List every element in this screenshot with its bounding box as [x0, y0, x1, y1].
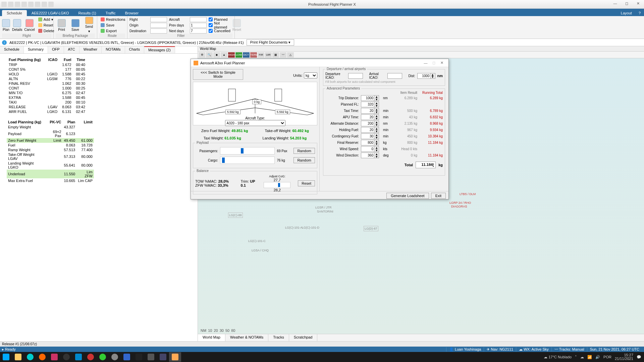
- dialog-close[interactable]: ✕: [438, 61, 446, 65]
- tray-notifications-icon[interactable]: 💬: [637, 355, 641, 359]
- generate-loadsheet-button[interactable]: Generate Loadsheet: [386, 193, 429, 199]
- map-tool[interactable]: ▦: [272, 52, 279, 58]
- filter-reset-button[interactable]: Reset: [232, 17, 241, 34]
- map-tool[interactable]: UIR: [265, 52, 272, 58]
- taskbar-app[interactable]: [133, 352, 145, 362]
- qat-btn[interactable]: [48, 2, 54, 7]
- tab-schedule[interactable]: Schedule: [2, 10, 27, 16]
- add-button[interactable]: Add ▾: [37, 17, 56, 22]
- passengers-slider[interactable]: [220, 147, 275, 155]
- exit-button[interactable]: Exit: [431, 193, 446, 199]
- map-tool[interactable]: △: [287, 52, 294, 58]
- filter-origin-input[interactable]: [150, 23, 167, 28]
- print-docs-button[interactable]: Print Flight Documents ▾: [247, 39, 294, 46]
- taskbar-mail[interactable]: [72, 352, 85, 362]
- taskbar-edge[interactable]: [24, 352, 36, 362]
- map-tool[interactable]: ⚙: [199, 52, 205, 58]
- map-tool[interactable]: 🔍: [206, 52, 213, 58]
- cargo-slider[interactable]: [220, 157, 275, 164]
- map-tool[interactable]: DCT: [243, 52, 250, 58]
- tab-results[interactable]: Results (1): [74, 10, 101, 16]
- subtab-charts[interactable]: Charts: [125, 46, 144, 53]
- cog-slider[interactable]: [264, 182, 290, 188]
- taskbar-app[interactable]: [85, 352, 97, 362]
- map-tool[interactable]: FIR: [258, 52, 264, 58]
- taskbar-app[interactable]: [121, 352, 133, 362]
- qat-btn[interactable]: [21, 2, 27, 7]
- map-tool[interactable]: ▲: [221, 52, 227, 58]
- tray-wifi-icon[interactable]: 📶: [587, 355, 592, 359]
- arr-icao-input[interactable]: [387, 73, 402, 79]
- subtab-messages[interactable]: Messages (2): [144, 46, 175, 53]
- subtab-weather[interactable]: Weather: [79, 46, 102, 53]
- qat-btn[interactable]: [15, 2, 20, 7]
- close-button[interactable]: ✕: [633, 1, 643, 7]
- tab-browser[interactable]: Browser: [120, 10, 143, 16]
- qat-btn[interactable]: [8, 2, 13, 7]
- tab-traffic[interactable]: Traffic: [101, 10, 120, 16]
- map-tool[interactable]: TERM: [250, 52, 257, 58]
- map-tool[interactable]: LOW: [235, 52, 242, 58]
- maptab-wx[interactable]: Weather & NOTAMs: [225, 334, 268, 341]
- aircraft-type-select[interactable]: A320 - 180 pax: [225, 120, 285, 126]
- minimize-button[interactable]: —: [610, 1, 620, 7]
- taskbar-calendar[interactable]: [48, 352, 60, 362]
- map-tool[interactable]: 〰: [280, 52, 286, 58]
- taskbar-app[interactable]: [145, 352, 157, 362]
- tray-up-icon[interactable]: ˄: [575, 355, 577, 359]
- filter-dest-input[interactable]: [150, 28, 167, 34]
- pax-random-button[interactable]: Random: [293, 148, 315, 154]
- units-select[interactable]: kg: [304, 72, 317, 78]
- map-tool[interactable]: HIGH: [228, 52, 235, 58]
- dep-icao-input[interactable]: [348, 73, 363, 79]
- taskbar-firefox[interactable]: [36, 352, 48, 362]
- taskbar-app[interactable]: [157, 352, 169, 362]
- maptab-worldmap[interactable]: World Map: [198, 334, 225, 341]
- subtab-schedule[interactable]: Schedule: [0, 46, 24, 53]
- subtab-ofp[interactable]: OFP: [48, 46, 64, 53]
- filter-planned-check[interactable]: [209, 17, 213, 21]
- subtab-atc[interactable]: ATC: [64, 46, 79, 53]
- filter-prevdays-input[interactable]: [190, 23, 207, 28]
- layout-menu[interactable]: Layout: [618, 10, 635, 16]
- tab-flight[interactable]: AEE2222 LGAV-LGKO: [27, 10, 74, 16]
- taskbar-explorer[interactable]: [12, 352, 24, 362]
- reset-button[interactable]: Reset: [37, 22, 56, 28]
- maptab-tracks[interactable]: Tracks: [268, 334, 289, 341]
- cancel-button[interactable]: Cancel: [24, 17, 35, 34]
- dist-input[interactable]: [417, 73, 431, 79]
- qat-btn[interactable]: [42, 2, 47, 7]
- send-button[interactable]: Send▾: [83, 17, 95, 34]
- filter-flight-input[interactable]: [150, 17, 167, 22]
- qat-btn[interactable]: [28, 2, 34, 7]
- tray-volume-icon[interactable]: 🔊: [595, 355, 600, 359]
- subtab-notams[interactable]: NOTAMs: [102, 46, 125, 53]
- qat-btn[interactable]: [35, 2, 40, 7]
- plan-button[interactable]: Plan: [2, 17, 10, 34]
- taskbar-app[interactable]: [97, 352, 109, 362]
- tray-cloud-icon[interactable]: ☁: [580, 355, 584, 359]
- subtab-summary[interactable]: Summary: [24, 46, 48, 53]
- dialog-minimize[interactable]: —: [422, 61, 430, 65]
- tray-clock[interactable]: 15:2721/11/2021: [615, 353, 633, 361]
- filter-aircraft-input[interactable]: [190, 17, 207, 22]
- filter-notplanned-check[interactable]: [209, 23, 213, 27]
- taskbar-app[interactable]: [109, 352, 121, 362]
- maptab-scratch[interactable]: Scratchpad: [289, 334, 318, 341]
- tray-weather[interactable]: ☁ 17°C Nublado: [544, 355, 572, 359]
- cargo-random-button[interactable]: Random: [293, 157, 315, 163]
- filter-cancelled-check[interactable]: [209, 29, 213, 33]
- start-button[interactable]: [0, 352, 12, 362]
- help-button[interactable]: ?: [635, 10, 644, 16]
- details-button[interactable]: Details: [12, 17, 22, 34]
- export-button[interactable]: Export: [99, 28, 126, 34]
- tray-lang[interactable]: POR: [603, 355, 611, 359]
- save-button[interactable]: Save: [69, 17, 81, 34]
- taskbar-app[interactable]: [60, 352, 72, 362]
- balance-reset-button[interactable]: Reset: [298, 180, 315, 186]
- taskbar-app[interactable]: [169, 352, 181, 362]
- dialog-maximize[interactable]: ◻: [430, 61, 438, 65]
- map-tool[interactable]: ◆: [213, 52, 220, 58]
- filter-nextdays-input[interactable]: [190, 28, 207, 34]
- route-save-button[interactable]: Save: [99, 22, 126, 28]
